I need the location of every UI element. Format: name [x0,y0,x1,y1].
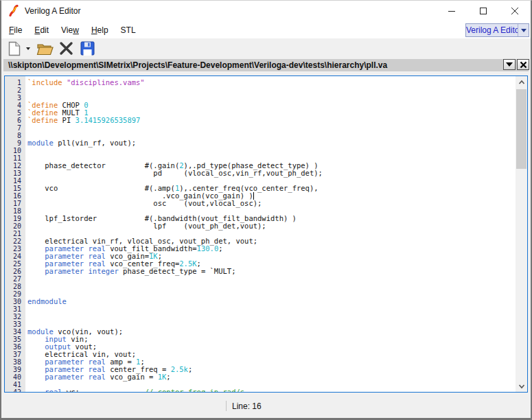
open-folder-icon [36,42,54,56]
vertical-scrollbar[interactable] [516,76,527,392]
line-number: 35 [5,336,25,343]
code-line-27[interactable]: 27 [5,275,516,283]
code-line-40[interactable]: 40 parameter real vco_gain = 1K; [5,373,516,381]
close-file-button[interactable] [56,40,76,58]
code-line-7[interactable]: 7 [5,124,516,132]
code-line-10[interactable]: 10 [5,147,516,154]
line-number: 21 [5,230,25,237]
line-text: parameter real vco_gain = 1K; [25,373,171,381]
menu-file[interactable]: File [3,23,28,38]
maximize-icon [479,7,487,15]
scroll-up-button[interactable] [516,76,527,88]
line-text: real wc; // center freq in rad/s [25,388,244,393]
line-number: 8 [5,132,25,139]
save-icon [80,41,95,56]
code-line-28[interactable]: 28 [5,283,516,290]
line-number: 16 [5,192,25,200]
menu-view[interactable]: View [55,23,85,38]
line-text: pd (vlocal_osc,vin_rf,vout_ph_det); [25,169,323,177]
editor-mode-value: Verilog A Editor [466,25,518,35]
line-text: endmodule [25,297,67,305]
line-number: 22 [5,237,25,245]
line-text: parameter integer phase_detect_type = `M… [25,267,235,275]
code-line-32[interactable]: 32 [5,313,516,320]
line-number: 18 [5,207,25,215]
window-controls [436,1,531,21]
line-number: 7 [5,124,25,132]
file-list-dropdown-button[interactable] [503,59,516,70]
line-number: 10 [5,147,25,154]
code-line-26[interactable]: 26 parameter integer phase_detect_type =… [5,268,516,275]
line-number: 26 [5,268,25,275]
line-number: 13 [5,170,25,177]
line-number: 2 [5,86,25,94]
close-document-button[interactable] [517,59,529,70]
code-line-17[interactable]: 17 osc (vout,vlocal_osc); [5,200,516,207]
line-number: 9 [5,139,25,147]
code-editor[interactable]: 1`include "disciplines.vams"234`define C… [4,75,528,393]
new-file-button[interactable] [6,40,23,58]
dropdown-arrow-icon [26,47,30,50]
open-file-button[interactable] [35,40,54,58]
code-line-1[interactable]: 1`include "disciplines.vams" [5,79,516,86]
line-number: 29 [5,290,25,298]
new-file-dropdown[interactable] [25,40,32,58]
line-number: 24 [5,253,25,260]
line-number: 14 [5,177,25,185]
line-text: module pll(vin_rf, vout); [25,139,136,147]
scrollbar-thumb[interactable] [516,89,527,169]
line-number: 37 [5,351,25,358]
menu-bar: FileEditViewHelpSTL Verilog A Editor [1,21,531,38]
line-number: 11 [5,154,25,162]
window-title: Verilog A Editor [25,6,80,16]
minimize-icon [448,7,456,15]
line-number: 5 [5,109,25,117]
maximize-button[interactable] [467,1,499,21]
chevron-down-icon[interactable] [518,24,529,36]
menu-help[interactable]: Help [85,23,115,38]
code-line-20[interactable]: 20 lpf (vout_ph_det,vout); [5,222,516,230]
line-text: `define PI 3.1415926535897 [25,116,140,124]
line-number: 40 [5,373,25,381]
code-line-13[interactable]: 13 pd (vlocal_osc,vin_rf,vout_ph_det); [5,170,516,177]
minimize-button[interactable] [436,1,467,21]
code-line-30[interactable]: 30endmodule [5,298,516,305]
code-line-2[interactable]: 2 [5,86,516,94]
line-number: 25 [5,260,25,268]
line-number: 15 [5,185,25,192]
close-button[interactable] [499,1,531,21]
line-number: 20 [5,222,25,230]
line-number: 32 [5,313,25,320]
line-number: 34 [5,328,25,336]
line-number: 12 [5,162,25,170]
line-number: 6 [5,117,25,124]
path-row: \\skipton\Development\SIMetrix\Projects\… [1,58,531,72]
menu-edit[interactable]: Edit [28,23,55,38]
editor-mode-selector[interactable]: Verilog A Editor [465,23,529,37]
status-separator [226,401,227,411]
file-path-bar: \\skipton\Development\SIMetrix\Projects\… [3,59,529,71]
line-number: 3 [5,94,25,102]
file-path: \\skipton\Development\SIMetrix\Projects\… [8,60,387,70]
status-bar: Line: 16 [1,393,531,419]
line-number: 17 [5,200,25,207]
line-indicator: Line: 16 [232,401,262,411]
line-number: 33 [5,320,25,328]
code-line-9[interactable]: 9module pll(vin_rf, vout); [5,139,516,147]
line-number: 28 [5,283,25,290]
code-line-29[interactable]: 29 [5,290,516,298]
line-number: 31 [5,305,25,313]
line-number: 23 [5,245,25,253]
code-line-6[interactable]: 6`define PI 3.1415926535897 [5,117,516,124]
new-file-icon [8,41,21,56]
code-line-31[interactable]: 31 [5,305,516,313]
menu-items: FileEditViewHelpSTL [3,23,142,38]
title-bar[interactable]: Verilog A Editor [1,1,531,21]
chevron-down-icon [517,382,527,391]
save-file-button[interactable] [78,40,97,58]
line-number: 36 [5,343,25,351]
scroll-down-button[interactable] [516,380,527,392]
menu-stl[interactable]: STL [115,23,142,38]
simetrix-logo-icon [8,5,21,17]
code-lines: 1`include "disciplines.vams"234`define C… [5,79,516,393]
